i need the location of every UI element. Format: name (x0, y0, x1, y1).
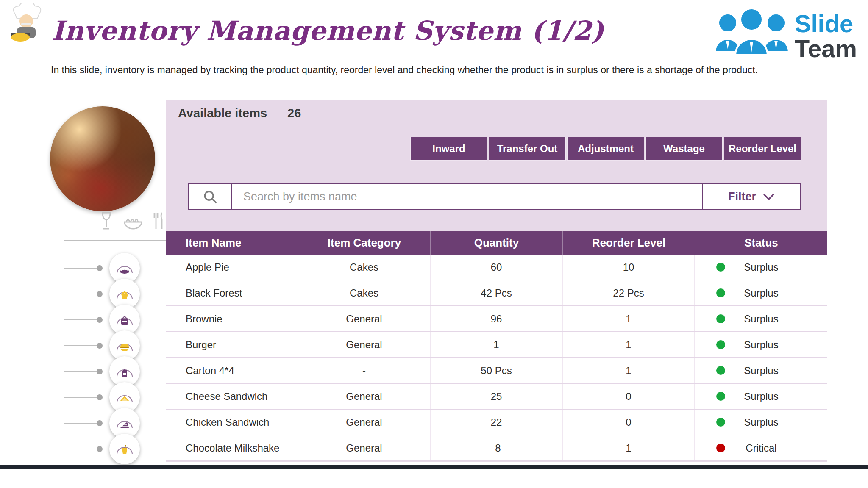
status-label: Surplus (744, 416, 778, 428)
col-status: Status (695, 231, 827, 255)
item-category-cell: Cakes (298, 255, 431, 280)
col-item-category: Item Category (298, 231, 431, 255)
search-bar: Filter (188, 183, 801, 210)
footer-bar (0, 465, 868, 469)
drink-cup-icon (109, 434, 140, 464)
brand-logo: Slide Team (712, 6, 857, 66)
item-category-cell: General (298, 435, 431, 460)
status-label: Surplus (744, 339, 778, 351)
status-dot (716, 288, 725, 297)
inventory-table: Item Name Item Category Quantity Reorder… (166, 231, 827, 461)
adjustment-button[interactable]: Adjustment (567, 137, 644, 161)
brand-slide-text: Slide (795, 11, 857, 36)
quantity-cell: -8 (431, 435, 563, 460)
item-name-cell: Chocolate Milkshake (166, 435, 298, 460)
quantity-cell: 1 (431, 332, 563, 357)
timeline-item (64, 255, 144, 281)
restaurant-photo (50, 106, 155, 211)
status-cell: Surplus (695, 332, 827, 357)
reorder-level-cell: 1 (563, 358, 695, 383)
quantity-cell: 22 (431, 410, 563, 435)
filter-label: Filter (728, 190, 756, 203)
available-items-count: 26 (287, 106, 301, 120)
chef-logo-icon (8, 3, 45, 43)
table-header: Item Name Item Category Quantity Reorder… (166, 231, 827, 255)
item-name-cell: Carton 4*4 (166, 358, 298, 383)
quantity-cell: 50 Pcs (431, 358, 563, 383)
action-buttons: Inward Transfer Out Adjustment Wastage R… (410, 137, 801, 161)
item-name-cell: Chicken Sandwich (166, 410, 298, 435)
status-dot (716, 263, 725, 272)
timeline-item (64, 307, 144, 333)
item-category-cell: - (298, 358, 431, 383)
timeline-item (64, 410, 144, 436)
status-dot (716, 340, 725, 349)
item-category-cell: General (298, 384, 431, 409)
item-name-cell: Burger (166, 332, 298, 357)
status-dot (716, 392, 725, 401)
inventory-panel: Available items 26 Inward Transfer Out A… (166, 100, 827, 462)
reorder-level-cell: 10 (563, 255, 695, 280)
quantity-cell: 60 (431, 255, 563, 280)
reorder-level-cell: 1 (563, 332, 695, 357)
available-items-label: Available items (178, 106, 267, 120)
col-item-name: Item Name (166, 231, 298, 255)
wine-glass-icon (100, 212, 113, 230)
status-dot (716, 366, 725, 375)
table-row[interactable]: Cheese Sandwich General 25 0 Surplus (166, 384, 827, 410)
status-label: Surplus (744, 261, 778, 273)
status-cell: Surplus (695, 280, 827, 305)
page-title: Inventory Management System (1/2) (52, 15, 604, 46)
quantity-cell: 96 (431, 306, 563, 331)
status-cell: Surplus (695, 384, 827, 409)
reorder-level-cell: 0 (563, 384, 695, 409)
reorder-level-button[interactable]: Reorder Level (724, 137, 801, 161)
table-row[interactable]: Carton 4*4 - 50 Pcs 1 Surplus (166, 358, 827, 384)
decor-icons (100, 212, 164, 230)
status-label: Critical (746, 442, 776, 454)
reorder-level-cell: 1 (563, 306, 695, 331)
status-cell: Critical (695, 435, 827, 460)
status-cell: Surplus (695, 306, 827, 331)
horizontal-divider (64, 240, 166, 241)
status-label: Surplus (744, 391, 778, 402)
status-label: Surplus (744, 287, 778, 299)
noodle-dish-icon (123, 215, 143, 230)
table-row[interactable]: Chicken Sandwich General 22 0 Surplus (166, 410, 827, 435)
item-name-cell: Brownie (166, 306, 298, 331)
table-row[interactable]: Apple Pie Cakes 60 10 Surplus (166, 255, 827, 280)
chevron-down-icon (763, 193, 775, 201)
timeline-item (64, 358, 144, 384)
status-cell: Surplus (695, 410, 827, 435)
search-icon[interactable] (189, 184, 232, 209)
col-quantity: Quantity (431, 231, 563, 255)
filter-dropdown[interactable]: Filter (702, 184, 800, 209)
page-subtitle: In this slide, inventory is managed by t… (51, 64, 758, 76)
timeline-item (64, 333, 144, 358)
quantity-cell: 25 (431, 384, 563, 409)
table-row[interactable]: Chocolate Milkshake General -8 1 Critica… (166, 435, 827, 461)
cutlery-icon (153, 212, 164, 230)
search-input[interactable] (232, 184, 702, 209)
brand-team-text: Team (795, 36, 857, 61)
timeline-item (64, 436, 144, 462)
transfer-out-button[interactable]: Transfer Out (489, 137, 566, 161)
reorder-level-cell: 1 (563, 435, 695, 460)
people-icon (712, 6, 792, 66)
status-cell: Surplus (695, 255, 827, 280)
wastage-button[interactable]: Wastage (645, 137, 723, 161)
item-name-cell: Apple Pie (166, 255, 298, 280)
inward-button[interactable]: Inward (410, 137, 487, 161)
status-label: Surplus (744, 365, 778, 377)
status-dot (716, 314, 725, 323)
reorder-level-cell: 22 Pcs (563, 280, 695, 305)
available-items: Available items 26 (178, 106, 301, 120)
item-name-cell: Cheese Sandwich (166, 384, 298, 409)
item-category-cell: General (298, 306, 431, 331)
table-row[interactable]: Black Forest Cakes 42 Pcs 22 Pcs Surplus (166, 280, 827, 306)
status-label: Surplus (744, 313, 778, 325)
item-category-cell: Cakes (298, 280, 431, 305)
item-name-cell: Black Forest (166, 280, 298, 305)
table-row[interactable]: Burger General 1 1 Surplus (166, 332, 827, 358)
table-row[interactable]: Brownie General 96 1 Surplus (166, 306, 827, 332)
